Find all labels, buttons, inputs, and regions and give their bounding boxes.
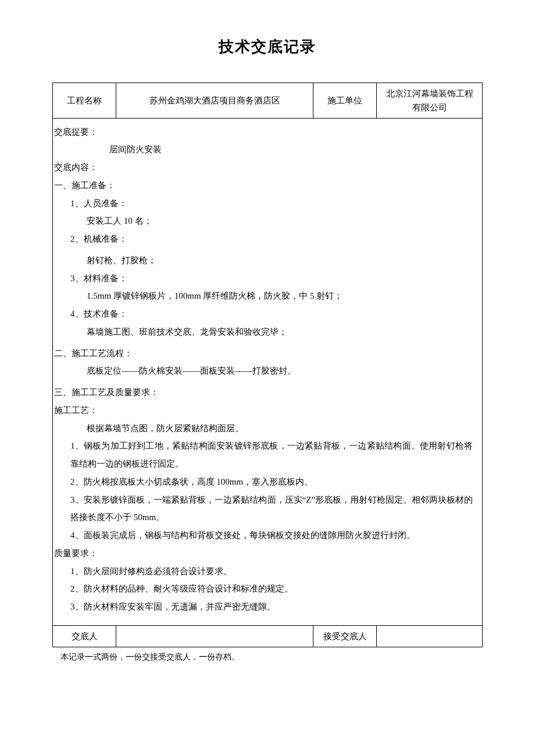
section-1-item4-detail: 幕墙施工图、班前技术交底、龙骨安装和验收完毕； — [54, 323, 481, 341]
project-label: 工程名称 — [53, 83, 116, 118]
section-3-sub2-item1: 1、防火层间封修构造必须符合设计要求。 — [54, 562, 481, 581]
section-3-sub2-label: 质量要求： — [54, 544, 481, 562]
section-3-heading: 三、施工工艺及质量要求： — [54, 384, 481, 402]
unit-value: 北京江河幕墙装饰工程有限公司 — [377, 83, 483, 118]
section-2-detail: 底板定位——防火棉安装——面板安装——打胶密封。 — [54, 362, 481, 380]
section-1-item1: 1、人员准备： — [54, 195, 481, 213]
content-row: 交底提要： 层间防火安装 交底内容： 一、施工准备： 1、人员准备： 安装工人 … — [53, 118, 483, 625]
section-3-sub2-item2: 2、防火材料的品种、耐火等级应符合设计和标准的规定。 — [54, 580, 481, 598]
section-1-item3-detail: 1.5mm 厚镀锌钢板片，100mm 厚纤维防火棉，防火胶，中 5 射钉； — [54, 287, 481, 305]
summary-value: 层间防火安装 — [54, 141, 481, 159]
section-2: 二、施工工艺流程： 底板定位——防火棉安装——面板安装——打胶密封。 — [54, 345, 481, 381]
section-1-item1-detail: 安装工人 10 名； — [54, 212, 481, 230]
section-1-item2: 2、机械准备： — [54, 230, 481, 248]
section-2-heading: 二、施工工艺流程： — [54, 345, 481, 363]
section-1: 一、施工准备： 1、人员准备： 安装工人 10 名； 2、机械准备： 射钉枪、打… — [54, 177, 481, 341]
summary-label: 交底提要： — [54, 123, 481, 141]
section-1-item2-detail: 射钉枪、打胶枪； — [54, 252, 481, 270]
receiver-label: 接受交底人 — [313, 625, 377, 647]
giver-value — [116, 625, 313, 647]
section-1-item3: 3、材料准备： — [54, 270, 481, 288]
project-value: 苏州金鸡湖大酒店项目商务酒店区 — [116, 83, 313, 118]
footer-note: 本记录一式两份，一份交接受交底人，一份存档。 — [52, 651, 483, 664]
section-3-sub1-item2: 2、防火棉按底板大小切成条状，高度 100mm，塞入形底板内。 — [54, 473, 481, 491]
unit-label: 施工单位 — [313, 83, 377, 118]
header-row: 工程名称 苏州金鸡湖大酒店项目商务酒店区 施工单位 北京江河幕墙装饰工程有限公司 — [53, 83, 483, 118]
section-1-item4: 4、技术准备： — [54, 305, 481, 323]
giver-label: 交底人 — [53, 625, 116, 647]
section-3-sub1-item4: 4、面板装完成后，钢板与结构和背板交接处，每块钢板交接处的缝隙用防火胶进行封闭。 — [54, 526, 481, 544]
section-3-sub1-item1: 1、钢板为加工好到工地，紧贴结构面安装镀锌形底板，一边紧贴背板，一边紧贴结构面。… — [54, 437, 481, 473]
signature-row: 交底人 接受交底人 — [53, 625, 483, 647]
section-1-heading: 一、施工准备： — [54, 177, 481, 195]
section-3: 三、施工工艺及质量要求： 施工工艺： 根据幕墙节点图，防火层紧贴结构面层。 1、… — [54, 384, 481, 616]
receiver-value — [377, 625, 483, 647]
content-cell: 交底提要： 层间防火安装 交底内容： 一、施工准备： 1、人员准备： 安装工人 … — [53, 118, 483, 625]
section-3-sub1-item3: 3、安装形镀锌面板，一端紧贴背板，一边紧贴结构面，压实“Z”形底板，用射钉枪固定… — [54, 491, 481, 527]
section-3-sub1-label: 施工工艺： — [54, 402, 481, 420]
content-label: 交底内容： — [54, 159, 481, 177]
section-3-sub1-intro: 根据幕墙节点图，防火层紧贴结构面层。 — [54, 420, 481, 438]
main-table: 工程名称 苏州金鸡湖大酒店项目商务酒店区 施工单位 北京江河幕墙装饰工程有限公司… — [52, 83, 483, 647]
section-3-sub2-item3: 3、防火材料应安装牢固，无遗漏，并应严密无缝隙。 — [54, 598, 481, 616]
document-title: 技术交底记录 — [52, 35, 483, 59]
